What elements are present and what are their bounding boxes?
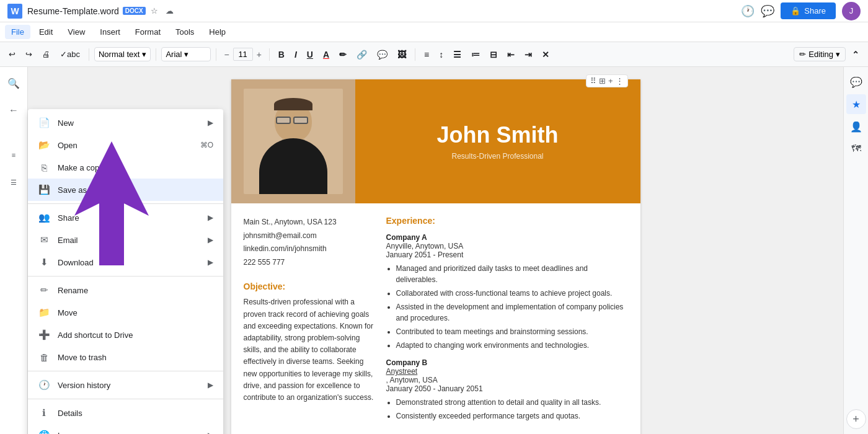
toolbar: ↩ ↪ 🖨 ✓abc Normal text ▾ Arial ▾ − 11 + …	[0, 42, 868, 67]
font-select[interactable]: Arial ▾	[161, 47, 211, 61]
company-b-city: , Anytown, USA	[386, 376, 628, 384]
font-size-increase[interactable]: +	[254, 48, 264, 61]
expand-button[interactable]: ⌃	[848, 47, 863, 62]
download-icon: ⬇	[38, 256, 50, 268]
bold-button[interactable]: B	[275, 47, 288, 62]
line-spacing-button[interactable]: ↕	[435, 47, 447, 62]
share-arrow-icon: ▶	[208, 213, 213, 222]
cloud-icon[interactable]: ☁	[166, 6, 174, 16]
menu-item-move[interactable]: 📁 Move	[28, 301, 223, 324]
outline-icon[interactable]: ☰	[2, 171, 25, 193]
indent-increase-button[interactable]: ⇥	[521, 47, 536, 62]
open-folder-icon: 📂	[38, 139, 50, 151]
doc-page: ⠿ ⊞ + ⋮	[231, 79, 640, 434]
company-a-name: Company A	[386, 233, 628, 242]
contact-info: Main St., Anytown, USA 123 johnsmith@ema…	[244, 216, 374, 269]
menu-help[interactable]: Help	[203, 25, 232, 39]
style-select[interactable]: Normal text ▾	[94, 47, 151, 61]
menu-tools[interactable]: Tools	[169, 25, 200, 39]
editing-mode-selector[interactable]: ✏ Editing ▾	[794, 47, 846, 61]
menu-item-trash[interactable]: 🗑 Move to trash	[28, 346, 223, 368]
menu-item-save[interactable]: 💾 Save as Google Docs	[28, 179, 223, 201]
objective-text: Results-driven professional with a prove…	[244, 296, 374, 404]
contact-email: johnsmith@email.com	[244, 229, 374, 243]
align-button[interactable]: ≡	[420, 47, 433, 62]
redo-button[interactable]: ↪	[22, 47, 36, 61]
details-icon: ℹ	[38, 407, 50, 419]
menu-item-copy[interactable]: ⎘ Make a copy	[28, 156, 223, 179]
search-icon[interactable]: 🔍	[2, 72, 25, 94]
menu-item-language[interactable]: 🌐 Language ▶	[28, 424, 223, 434]
spellcheck-button[interactable]: ✓abc	[56, 47, 84, 61]
new-doc-icon: 📄	[38, 117, 50, 129]
menu-item-new[interactable]: 📄 New ▶	[28, 112, 223, 134]
divider-4	[28, 399, 223, 399]
font-size-value[interactable]: 11	[233, 48, 253, 61]
contacts-icon[interactable]: 👤	[846, 117, 866, 136]
sep1	[89, 48, 89, 61]
resume-name: John Smith	[437, 122, 559, 148]
align-center-icon[interactable]: ⊞	[599, 76, 606, 86]
resume-right-column: Experience: Company A Anyville, Anytown,…	[386, 216, 628, 424]
chat-icon[interactable]: 💬	[761, 4, 774, 18]
underline-button[interactable]: U	[303, 47, 317, 62]
menu-view[interactable]: View	[61, 25, 91, 39]
doc-icon: W	[7, 4, 22, 19]
drag-icon[interactable]: ⠿	[590, 76, 596, 86]
summary-icon[interactable]: ≡	[2, 144, 25, 166]
menu-file[interactable]: File	[5, 25, 30, 39]
menu-item-rename[interactable]: ✏ Rename	[28, 279, 223, 301]
list-button[interactable]: ≔	[467, 47, 484, 62]
link-button[interactable]: 🔗	[353, 47, 371, 62]
sep4	[269, 48, 270, 61]
add-cell-icon[interactable]: +	[608, 76, 613, 86]
menu-insert[interactable]: Insert	[94, 25, 126, 39]
history-icon[interactable]: 🕐	[741, 4, 755, 18]
menu-item-open[interactable]: 📂 Open ⌘O	[28, 134, 223, 156]
file-dropdown: 📄 New ▶ 📂 Open ⌘O ⎘ Make a copy 💾 Save a…	[28, 109, 223, 434]
comments-icon[interactable]: 💬	[846, 72, 866, 92]
more-icon[interactable]: ⋮	[616, 76, 624, 86]
menu-item-share[interactable]: 👥 Share ▶	[28, 206, 223, 229]
font-size-decrease[interactable]: −	[221, 48, 231, 61]
language-arrow-icon: ▶	[208, 431, 213, 434]
add-sidebar-button[interactable]: +	[846, 409, 866, 429]
sep3	[216, 48, 216, 61]
company-b-bullets: Demonstrated strong attention to detail …	[386, 397, 628, 422]
company-b: Company B Anystreet , Anytown, USA Janua…	[386, 358, 628, 422]
back-icon[interactable]: ←	[2, 99, 25, 122]
menu-edit[interactable]: Edit	[33, 25, 59, 39]
checklist-button[interactable]: ☰	[450, 47, 465, 62]
highlight-button[interactable]: ✏	[335, 47, 350, 62]
bullet-item: Adapted to changing work environments an…	[396, 340, 628, 351]
comment-button[interactable]: 💬	[373, 47, 391, 62]
share-lock-icon: 🔒	[790, 6, 800, 16]
italic-button[interactable]: I	[291, 47, 301, 62]
avatar[interactable]: J	[842, 2, 861, 20]
menu-item-version-history[interactable]: 🕐 Version history ▶	[28, 374, 223, 396]
maps-icon[interactable]: 🗺	[846, 139, 866, 159]
bookmarks-icon[interactable]: ★	[846, 94, 866, 114]
menu-item-email[interactable]: ✉ Email ▶	[28, 229, 223, 251]
trash-icon: 🗑	[38, 351, 50, 363]
numlist-button[interactable]: ⊟	[486, 47, 501, 62]
share-button[interactable]: 🔒 Share	[781, 2, 836, 19]
experience-title: Experience:	[386, 216, 628, 226]
rename-icon: ✏	[38, 284, 50, 296]
menu-item-add-drive[interactable]: ➕ Add shortcut to Drive	[28, 324, 223, 346]
menu-item-details[interactable]: ℹ Details	[28, 402, 223, 424]
indent-decrease-button[interactable]: ⇤	[503, 47, 518, 62]
contact-phone: 222 555 777	[244, 256, 374, 270]
clear-format-button[interactable]: ✕	[538, 47, 553, 62]
menu-item-download[interactable]: ⬇ Download ▶	[28, 251, 223, 273]
menu-format[interactable]: Format	[129, 25, 167, 39]
resume-subtitle: Results-Driven Professional	[451, 152, 543, 161]
edit-pencil-icon: ✏	[799, 50, 806, 59]
undo-button[interactable]: ↩	[5, 47, 19, 61]
print-button[interactable]: 🖨	[38, 47, 54, 61]
image-button[interactable]: 🖼	[394, 47, 410, 62]
font-arrow-icon: ▾	[184, 50, 188, 59]
star-icon[interactable]: ☆	[151, 6, 158, 16]
text-color-button[interactable]: A	[319, 47, 333, 62]
doc-toolbar-overlay: ⠿ ⊞ + ⋮	[586, 74, 628, 87]
